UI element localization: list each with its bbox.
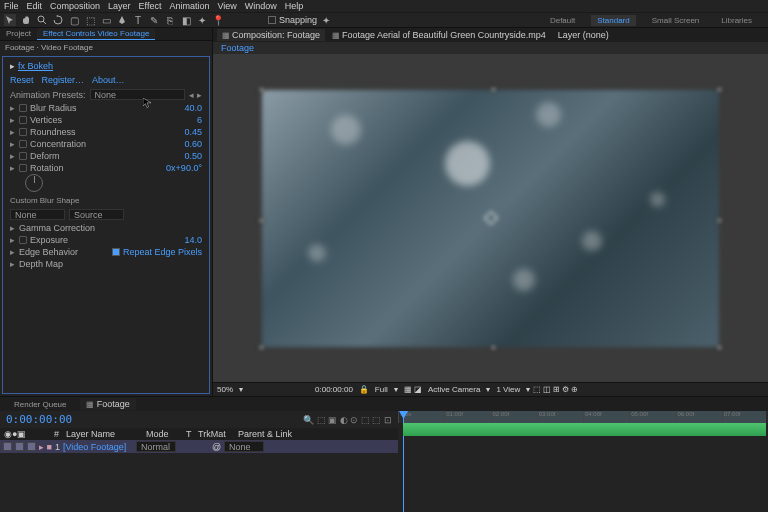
prop-value[interactable]: 0.50	[184, 151, 202, 161]
layer-duration-bar[interactable]	[403, 423, 766, 436]
menu-file[interactable]: File	[4, 1, 19, 11]
effect-register[interactable]: Register…	[42, 75, 85, 85]
views-dropdown[interactable]: 1 View	[496, 385, 520, 394]
prop-value[interactable]: 0.60	[184, 139, 202, 149]
preset-dropdown[interactable]: None	[90, 89, 186, 100]
layer-tab[interactable]: Layer (none)	[553, 29, 614, 41]
canvas[interactable]	[262, 90, 719, 347]
menu-animation[interactable]: Animation	[169, 1, 209, 11]
viewer-controls: 50% ▾ 0:00:00:00 🔒 Full ▾ ▦ ◪ Active Cam…	[213, 382, 768, 396]
effect-controls-tab[interactable]: Effect Controls Video Footage	[37, 28, 155, 40]
prop-gamma-correction: ▸Gamma Correction	[5, 222, 207, 234]
workspace-standard[interactable]: Standard	[591, 15, 635, 26]
rotation-tool[interactable]	[52, 14, 64, 26]
left-panel: Project Effect Controls Video Footage Fo…	[0, 28, 213, 396]
brush-tool[interactable]: ✎	[148, 14, 160, 26]
prop-value[interactable]: 0.45	[184, 127, 202, 137]
handle-tr[interactable]	[717, 87, 722, 92]
resolution-dropdown[interactable]: Full	[375, 385, 388, 394]
stopwatch-icon[interactable]	[19, 152, 27, 160]
handle-mr[interactable]	[717, 218, 722, 223]
stopwatch-icon[interactable]	[19, 116, 27, 124]
workspace-small-screen[interactable]: Small Screen	[646, 15, 706, 26]
menu-view[interactable]: View	[217, 1, 236, 11]
time: 0:00:00:00	[315, 385, 353, 394]
shape-layer-dropdown[interactable]: None	[10, 209, 65, 220]
ruler-tick: 01:00f	[444, 411, 490, 423]
workspace-switcher: DefaultStandardSmall ScreenLibraries	[544, 15, 764, 26]
cursor-icon	[143, 98, 151, 108]
menu-help[interactable]: Help	[285, 1, 304, 11]
menu-composition[interactable]: Composition	[50, 1, 100, 11]
checkbox[interactable]	[112, 248, 120, 256]
effect-controls-panel: ▸fx Bokeh ResetRegister…About… Animation…	[2, 56, 210, 394]
custom-shape-label: Custom Blur Shape	[5, 192, 207, 207]
pen-tool[interactable]	[116, 14, 128, 26]
prop-exposure: ▸Exposure14.0	[5, 234, 207, 246]
stopwatch-icon[interactable]	[19, 140, 27, 148]
workspace-default[interactable]: Default	[544, 15, 581, 26]
menu-window[interactable]: Window	[245, 1, 277, 11]
ruler-tick: 02:00f	[491, 411, 537, 423]
camera-dropdown[interactable]: Active Camera	[428, 385, 480, 394]
ruler-tick: 05:00f	[629, 411, 675, 423]
prop-value[interactable]: 6	[197, 115, 202, 125]
handle-tc[interactable]	[491, 87, 496, 92]
effect-about[interactable]: About…	[92, 75, 125, 85]
handle-br[interactable]	[717, 345, 722, 350]
project-tab[interactable]: Project	[0, 28, 37, 40]
anchor-point[interactable]	[483, 211, 497, 225]
prop-vertices: ▸Vertices6	[5, 114, 207, 126]
composition-tab[interactable]: ▦ Composition: Footage	[217, 29, 325, 41]
ruler-tick: 07:00f	[722, 411, 768, 423]
render-queue-tab[interactable]: Render Queue	[8, 399, 72, 410]
tool-bar: ▢ ⬚ ▭ T ✎ ⎘ ◧ ✦ 📍 Snapping ✦ DefaultStan…	[0, 13, 768, 28]
timecode[interactable]: 0:00:00:00	[6, 413, 72, 426]
stopwatch-icon[interactable]	[19, 236, 27, 244]
timeline-footage-tab[interactable]: ▦ Footage	[80, 398, 135, 410]
clone-tool[interactable]: ⎘	[164, 14, 176, 26]
prop-deform: ▸Deform0.50	[5, 150, 207, 162]
menu-layer[interactable]: Layer	[108, 1, 131, 11]
menu-bar[interactable]: FileEditCompositionLayerEffectAnimationV…	[0, 0, 768, 13]
zoom-tool[interactable]	[36, 14, 48, 26]
text-tool[interactable]: T	[132, 14, 144, 26]
menu-edit[interactable]: Edit	[27, 1, 43, 11]
zoom-dropdown[interactable]: 50%	[217, 385, 233, 394]
stopwatch-icon[interactable]	[19, 128, 27, 136]
handle-bl[interactable]	[259, 345, 264, 350]
rotation-dial[interactable]	[25, 174, 43, 192]
snapping-checkbox[interactable]	[268, 16, 276, 24]
snap-opt-icon[interactable]: ✦	[320, 14, 332, 26]
timeline-track-area[interactable]: :00s01:00f02:00f03:00f04:00f05:00f06:00f…	[398, 411, 768, 512]
footage-tab[interactable]: ▦ Footage Aerial of Beautiful Green Coun…	[327, 29, 551, 41]
selection-tool[interactable]	[4, 14, 16, 26]
effect-reset[interactable]: Reset	[10, 75, 34, 85]
shape-source-dropdown[interactable]: Source	[69, 209, 124, 220]
rectangle-tool[interactable]: ▭	[100, 14, 112, 26]
prop-value[interactable]: 0x+90.0°	[166, 163, 202, 173]
puppet-tool[interactable]: 📍	[212, 14, 224, 26]
effect-name[interactable]: fx Bokeh	[18, 61, 53, 71]
ruler-tick: 04:00f	[583, 411, 629, 423]
ruler-tick: 06:00f	[676, 411, 722, 423]
stopwatch-icon[interactable]	[19, 104, 27, 112]
roto-tool[interactable]: ✦	[196, 14, 208, 26]
hand-tool[interactable]	[20, 14, 32, 26]
layer-row[interactable]: ▸ ■ 1 [Video Footage] Normal @ None	[0, 440, 398, 453]
stopwatch-icon[interactable]	[19, 164, 27, 172]
prop-depth-map: ▸Depth Map	[5, 258, 207, 270]
handle-bc[interactable]	[491, 345, 496, 350]
camera-tool[interactable]: ▢	[68, 14, 80, 26]
composition-viewer[interactable]	[213, 54, 768, 382]
pan-behind-tool[interactable]: ⬚	[84, 14, 96, 26]
menu-effect[interactable]: Effect	[139, 1, 162, 11]
handle-tl[interactable]	[259, 87, 264, 92]
workspace-libraries[interactable]: Libraries	[715, 15, 758, 26]
prop-value[interactable]: 40.0	[184, 103, 202, 113]
prop-concentration: ▸Concentration0.60	[5, 138, 207, 150]
eraser-tool[interactable]: ◧	[180, 14, 192, 26]
handle-ml[interactable]	[259, 218, 264, 223]
prop-roundness: ▸Roundness0.45	[5, 126, 207, 138]
flowchart[interactable]: Footage	[213, 42, 768, 54]
